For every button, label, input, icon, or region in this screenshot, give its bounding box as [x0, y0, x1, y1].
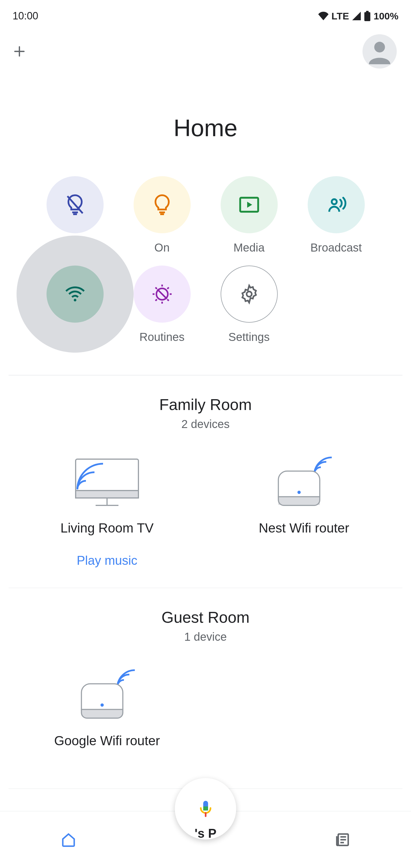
- device-google-wifi-router[interactable]: Google Wifi router: [8, 666, 205, 748]
- battery-icon: [364, 11, 371, 21]
- action-on-label: On: [154, 241, 169, 254]
- person-icon: [367, 38, 392, 64]
- add-button[interactable]: [11, 43, 27, 59]
- device-label: Nest Wifi router: [259, 520, 349, 536]
- room-guest: Guest Room 1 device Google Wifi router: [0, 588, 411, 789]
- svg-line-16: [167, 287, 169, 289]
- svg-line-8: [157, 289, 167, 299]
- svg-point-26: [100, 704, 104, 707]
- svg-point-5: [331, 199, 337, 205]
- svg-point-6: [74, 299, 76, 301]
- room-device-count: 2 devices: [8, 418, 403, 431]
- action-wifi[interactable]: Wi-Fi: [41, 266, 109, 343]
- gear-icon: [239, 284, 259, 304]
- svg-line-13: [155, 287, 157, 289]
- action-on[interactable]: On: [128, 176, 196, 254]
- svg-rect-19: [76, 491, 138, 498]
- battery-label: 100%: [374, 10, 399, 22]
- cast-tv-icon: [73, 456, 141, 508]
- lightbulb-on-icon: [151, 193, 173, 216]
- wifi-icon: [63, 282, 87, 306]
- room-device-count: 1 device: [8, 630, 403, 643]
- device-living-room-tv[interactable]: Living Room TV Play music: [8, 454, 205, 568]
- action-broadcast-label: Broadcast: [310, 241, 361, 254]
- svg-rect-28: [203, 806, 208, 810]
- feed-icon: [334, 831, 351, 848]
- top-bar: [0, 29, 411, 80]
- device-nest-wifi-router[interactable]: Nest Wifi router: [205, 454, 403, 568]
- svg-line-15: [155, 299, 157, 301]
- play-rect-icon: [237, 193, 261, 217]
- page-title: Home: [0, 114, 411, 142]
- device-label: Living Room TV: [61, 520, 154, 536]
- action-settings[interactable]: Settings: [215, 266, 283, 343]
- status-indicators: LTE 100%: [318, 10, 399, 22]
- plus-icon: [12, 44, 26, 58]
- home-icon: [60, 831, 77, 848]
- wifi-signal-icon: [318, 12, 328, 20]
- action-media[interactable]: Media: [215, 176, 283, 254]
- svg-point-17: [247, 291, 252, 297]
- device-label: Google Wifi router: [54, 733, 160, 748]
- action-routines[interactable]: Routines: [128, 266, 196, 343]
- status-bar: 10:00 LTE 100%: [0, 0, 411, 29]
- room-title[interactable]: Guest Room: [8, 608, 403, 626]
- wifi-router-icon: [77, 669, 137, 720]
- quick-actions-grid: Off On Media Broadcast: [0, 176, 411, 343]
- wifi-router-icon: [274, 456, 334, 508]
- action-broadcast[interactable]: Broadcast: [302, 176, 371, 254]
- account-avatar[interactable]: [362, 34, 397, 68]
- action-media-label: Media: [233, 241, 264, 254]
- microphone-icon: [196, 799, 215, 818]
- svg-point-2: [374, 42, 385, 53]
- routines-icon: [151, 283, 173, 306]
- room-family: Family Room 2 devices Living Room TV Pla…: [0, 375, 411, 588]
- action-settings-label: Settings: [228, 331, 270, 343]
- mic-partial-text: 's P: [195, 826, 217, 841]
- room-title[interactable]: Family Room: [8, 396, 403, 414]
- svg-point-24: [297, 491, 301, 494]
- status-time: 10:00: [12, 10, 38, 22]
- lightbulb-off-icon: [64, 193, 87, 216]
- voice-assistant-button[interactable]: 's P: [175, 778, 236, 839]
- nav-home[interactable]: [0, 831, 137, 848]
- device-action-play-music[interactable]: Play music: [77, 553, 137, 568]
- nav-feed[interactable]: [274, 831, 411, 848]
- action-routines-label: Routines: [139, 331, 185, 343]
- svg-line-14: [167, 299, 169, 301]
- cell-signal-icon: [352, 12, 361, 20]
- broadcast-icon: [324, 193, 348, 217]
- network-label: LTE: [331, 10, 349, 22]
- svg-rect-1: [366, 11, 369, 12]
- svg-rect-0: [365, 12, 371, 22]
